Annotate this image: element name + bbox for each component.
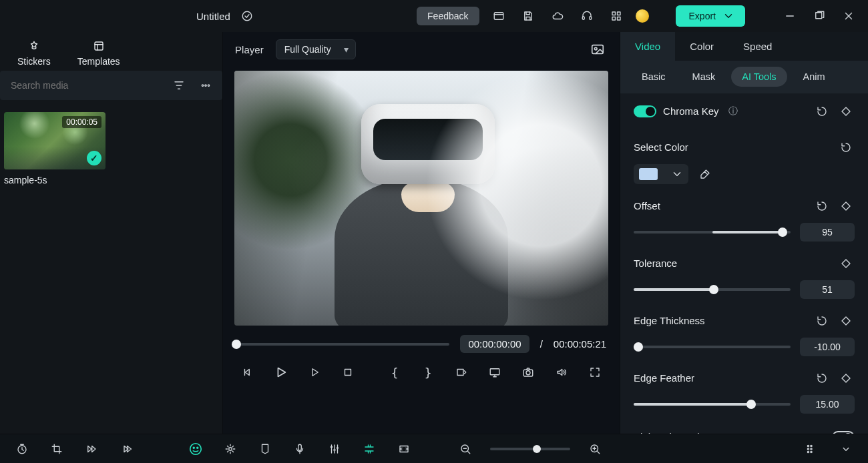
subtab-mask[interactable]: Mask bbox=[682, 67, 726, 87]
eyedropper-icon[interactable] bbox=[696, 165, 714, 183]
next-frame-icon[interactable] bbox=[304, 362, 324, 382]
snapshot-icon[interactable] bbox=[588, 39, 608, 59]
svg-rect-25 bbox=[298, 444, 302, 450]
svg-rect-3 bbox=[589, 17, 591, 20]
svg-rect-8 bbox=[816, 13, 822, 19]
crop-icon[interactable] bbox=[47, 439, 67, 459]
fullscreen-icon[interactable] bbox=[585, 362, 605, 382]
export-label: Export bbox=[689, 11, 716, 21]
title-bar: Untitled Feedback Export bbox=[0, 0, 868, 32]
chroma-key-label: Chroma Key bbox=[663, 105, 725, 117]
track-manage-icon[interactable] bbox=[801, 439, 821, 459]
quality-value: Full Quality bbox=[284, 44, 331, 55]
tab-color[interactable]: Color bbox=[675, 32, 728, 61]
properties-panel: Video Color Speed Basic Mask AI Tools An… bbox=[620, 32, 868, 434]
stop-icon[interactable] bbox=[338, 362, 358, 382]
mark-out-icon[interactable]: } bbox=[418, 362, 438, 382]
chevron-down-icon bbox=[722, 10, 734, 22]
reset-icon[interactable] bbox=[813, 370, 831, 387]
support-icon[interactable] bbox=[577, 6, 597, 26]
marker-icon[interactable] bbox=[255, 439, 275, 459]
minimize-window-icon[interactable] bbox=[780, 6, 800, 26]
tab-templates[interactable]: Templates bbox=[77, 40, 120, 67]
svg-point-33 bbox=[807, 451, 809, 452]
tab-stickers[interactable]: Stickers bbox=[17, 40, 51, 67]
svg-point-29 bbox=[807, 445, 809, 446]
prev-frame-icon[interactable] bbox=[238, 362, 258, 382]
subtab-animation[interactable]: Anim bbox=[793, 67, 836, 87]
aspect-ratio-icon[interactable] bbox=[451, 362, 471, 382]
svg-point-34 bbox=[811, 451, 812, 452]
zoom-in-icon[interactable] bbox=[585, 439, 605, 459]
tolerance-slider[interactable] bbox=[634, 288, 791, 291]
zoom-slider[interactable] bbox=[490, 448, 570, 450]
alpha-channel-toggle[interactable] bbox=[832, 431, 855, 434]
help-icon[interactable]: ⓘ bbox=[728, 105, 738, 117]
keyframe-icon[interactable] bbox=[837, 255, 855, 272]
edge-thickness-slider[interactable] bbox=[634, 346, 791, 348]
select-color-label: Select Color bbox=[634, 141, 831, 153]
display-icon[interactable] bbox=[485, 362, 505, 382]
playhead-scrubber[interactable] bbox=[236, 343, 449, 346]
volume-icon[interactable] bbox=[552, 362, 572, 382]
export-button[interactable]: Export bbox=[676, 5, 745, 27]
keyframe-icon[interactable] bbox=[837, 197, 855, 215]
subtab-basic[interactable]: Basic bbox=[631, 67, 676, 87]
sparkle-icon[interactable] bbox=[220, 439, 240, 459]
offset-slider[interactable] bbox=[634, 231, 791, 234]
zoom-out-icon[interactable] bbox=[455, 439, 475, 459]
camera-icon[interactable] bbox=[518, 362, 538, 382]
fit-icon[interactable] bbox=[394, 439, 414, 459]
audio-mixer-icon[interactable] bbox=[324, 439, 345, 459]
keyframe-icon[interactable] bbox=[837, 103, 855, 120]
search-media-input[interactable] bbox=[7, 75, 162, 96]
subtab-ai-tools[interactable]: AI Tools bbox=[731, 67, 787, 87]
ai-effect-icon[interactable] bbox=[186, 439, 206, 459]
track-options-icon[interactable] bbox=[836, 439, 856, 459]
feedback-button[interactable]: Feedback bbox=[417, 7, 479, 25]
feedback-label: Feedback bbox=[427, 11, 468, 21]
voiceover-icon[interactable] bbox=[290, 439, 310, 459]
keyframe-icon[interactable] bbox=[837, 312, 855, 330]
auto-cut-icon[interactable] bbox=[359, 439, 379, 459]
speed-icon[interactable] bbox=[81, 439, 101, 459]
edge-feather-slider[interactable] bbox=[634, 403, 791, 406]
color-swatch-dropdown[interactable] bbox=[634, 164, 688, 184]
keyframe-icon[interactable] bbox=[837, 370, 855, 387]
svg-rect-1 bbox=[494, 13, 503, 20]
tab-speed[interactable]: Speed bbox=[728, 32, 787, 61]
svg-rect-4 bbox=[612, 12, 616, 15]
mark-in-icon[interactable]: { bbox=[385, 362, 405, 382]
cloud-icon[interactable] bbox=[548, 6, 568, 26]
svg-point-14 bbox=[595, 47, 598, 50]
filter-icon[interactable] bbox=[169, 75, 189, 95]
edge-feather-value[interactable]: 15.00 bbox=[800, 395, 855, 414]
reset-icon[interactable] bbox=[813, 103, 831, 120]
more-tools-icon[interactable] bbox=[116, 439, 136, 459]
reset-icon[interactable] bbox=[813, 312, 831, 330]
quality-select[interactable]: Full Quality bbox=[276, 39, 356, 59]
more-icon[interactable] bbox=[196, 75, 216, 95]
tab-video[interactable]: Video bbox=[620, 32, 675, 61]
timer-icon[interactable] bbox=[12, 439, 32, 459]
edge-thickness-value[interactable]: -10.00 bbox=[800, 338, 855, 356]
svg-point-19 bbox=[526, 371, 530, 375]
reset-icon[interactable] bbox=[837, 139, 855, 156]
video-preview[interactable] bbox=[234, 71, 608, 326]
account-avatar-icon[interactable] bbox=[636, 9, 649, 23]
svg-rect-5 bbox=[617, 12, 620, 15]
save-icon[interactable] bbox=[518, 6, 538, 26]
maximize-window-icon[interactable] bbox=[809, 6, 829, 26]
layout-icon[interactable] bbox=[489, 6, 509, 26]
svg-point-31 bbox=[807, 448, 809, 449]
reset-icon[interactable] bbox=[813, 197, 831, 215]
tolerance-value[interactable]: 51 bbox=[800, 280, 855, 299]
offset-value[interactable]: 95 bbox=[800, 223, 855, 242]
svg-point-23 bbox=[197, 447, 198, 448]
apps-grid-icon[interactable] bbox=[606, 6, 626, 26]
play-pause-icon[interactable] bbox=[271, 362, 291, 382]
media-clip-thumb[interactable]: 00:00:05 ✓ bbox=[4, 112, 105, 169]
svg-point-24 bbox=[229, 447, 232, 450]
chroma-key-toggle[interactable] bbox=[634, 105, 656, 117]
close-window-icon[interactable] bbox=[839, 6, 859, 26]
